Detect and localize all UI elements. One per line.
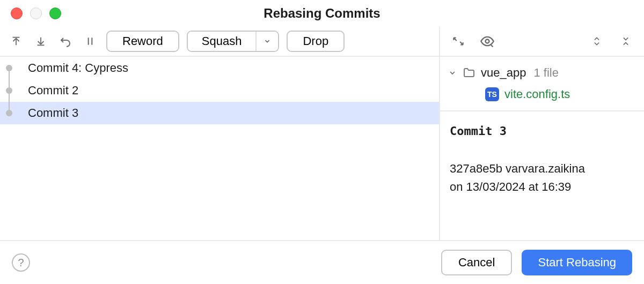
commit-row[interactable]: Commit 2 [0,79,439,102]
commit-row[interactable]: Commit 3 [0,102,439,124]
right-pane: vue_app 1 file TS vite.config.ts Commit … [440,27,644,240]
dialog-footer: ? Cancel Start Rebasing [0,240,644,284]
pause-icon[interactable] [82,33,99,50]
tree-folder-row[interactable]: vue_app 1 file [448,62,636,84]
help-button[interactable]: ? [12,253,30,272]
graph-dot [6,65,12,71]
group-by-icon[interactable] [450,33,467,50]
preview-icon[interactable] [479,33,496,50]
commit-label: Commit 4: Cypress [28,61,128,75]
window-controls [0,8,61,19]
squash-split-button: Squash [187,31,280,52]
file-count: 1 file [533,66,558,80]
maximize-window-button[interactable] [49,8,61,19]
left-pane: Reword Squash Drop Commit 4: Cypress Com… [0,27,440,240]
undo-icon[interactable] [57,33,74,50]
commit-date: on 13/03/2024 at 16:39 [450,180,571,193]
titlebar: Rebasing Commits [0,0,644,27]
main-content: Reword Squash Drop Commit 4: Cypress Com… [0,27,644,240]
squash-button[interactable]: Squash [188,32,256,51]
commit-list: Commit 4: Cypress Commit 2 Commit 3 [0,57,439,240]
reword-button[interactable]: Reword [106,31,179,52]
commit-author: varvara.zaikina [506,162,585,175]
commit-label: Commit 2 [28,84,78,98]
commit-label: Commit 3 [28,106,78,120]
commit-meta: 327a8e5b varvara.zaikina on 13/03/2024 a… [450,160,634,196]
expand-icon[interactable] [588,33,605,50]
cancel-button[interactable]: Cancel [441,250,512,275]
close-window-button[interactable] [11,8,23,19]
right-toolbar [440,27,644,57]
commit-hash: 327a8e5b [450,162,502,175]
folder-name: vue_app [481,66,526,80]
graph-dot [6,87,12,94]
window-title: Rebasing Commits [0,6,644,21]
minimize-window-button[interactable] [30,8,42,19]
chevron-down-icon[interactable] [448,69,457,77]
collapse-icon[interactable] [617,33,634,50]
graph-dot [6,110,12,116]
commit-message-title: Commit 3 [450,122,634,140]
drop-button[interactable]: Drop [287,31,345,52]
commit-details: Commit 3 327a8e5b varvara.zaikina on 13/… [440,111,644,207]
ts-file-icon: TS [485,87,499,101]
changed-files-tree: vue_app 1 file TS vite.config.ts [440,57,644,111]
commit-row[interactable]: Commit 4: Cypress [0,57,439,79]
squash-dropdown-button[interactable] [255,32,278,51]
move-up-icon[interactable] [8,33,25,50]
move-down-icon[interactable] [32,33,49,50]
file-name: vite.config.ts [504,87,570,101]
folder-icon [463,66,475,79]
tree-file-row[interactable]: TS vite.config.ts [448,84,636,105]
svg-point-0 [486,40,489,43]
start-rebasing-button[interactable]: Start Rebasing [522,250,632,275]
rebase-toolbar: Reword Squash Drop [0,27,439,57]
